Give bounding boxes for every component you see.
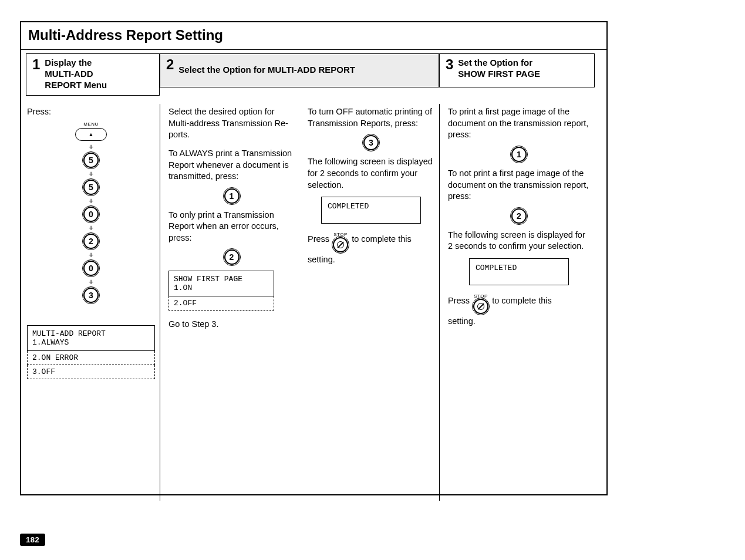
key-0b: 0 [83, 261, 99, 276]
step-header-row: 1 Display the MULTI-ADD REPORT Menu 2 Se… [21, 50, 606, 99]
lcd-line4: 3.OFF [27, 365, 155, 379]
column-1: Press: MENU + 5 + 5 + 0 + 2 + 0 + 3 [26, 104, 160, 501]
col4-press-line: Press STOP to complete this [448, 291, 590, 312]
plus-icon: + [89, 251, 93, 259]
lcd-completed-2: COMPLETED [321, 197, 421, 224]
step2-title: Select the Option for MULTI-ADD REPORT [178, 65, 355, 76]
stop-button-4: STOP [473, 294, 488, 314]
plus-icon: + [89, 224, 93, 232]
lcd-completed-4: COMPLETED [469, 258, 569, 285]
body-columns: Press: MENU + 5 + 5 + 0 + 2 + 0 + 3 [21, 99, 606, 501]
page-number: 182 [20, 534, 45, 546]
key-5b: 5 [83, 180, 99, 195]
column-2: Select the desired option for Multi-addr… [160, 104, 299, 501]
key-2-off: 2 [511, 208, 527, 224]
lcd-sf-line3: 2.OFF [168, 296, 274, 311]
plus-icon: + [89, 197, 93, 205]
menu-key: MENU [75, 122, 107, 141]
key-3: 3 [83, 288, 99, 303]
col4-p3: The following screen is dis­played for 2… [448, 230, 590, 252]
press-word: Press [308, 234, 329, 244]
lcd-multiadd: MULTI-ADD REPORT 1.ALWAYS [27, 325, 155, 351]
key-0a: 0 [83, 207, 99, 222]
section-title: Multi-Address Report Setting [28, 27, 599, 43]
stop-button: STOP [333, 232, 348, 252]
step1-title-line1: Display the [45, 58, 92, 68]
press-label: Press: [27, 106, 155, 118]
step1-title-line2: MULTI-ADD [45, 69, 93, 79]
plus-icon: + [89, 278, 93, 286]
lcd-sf-line2: 1.ON [174, 284, 269, 292]
section-title-bar: Multi-Address Report Setting [21, 22, 606, 50]
column-4: To print a first page image of the docum… [439, 104, 595, 501]
col2-p1: Select the desired option for Multi-addr… [168, 106, 295, 141]
content-frame: Multi-Address Report Setting 1 Display t… [20, 21, 608, 495]
key-2-error: 2 [224, 249, 240, 265]
col3-press-line: Press STOP to complete this [308, 230, 434, 250]
lcd-line1: MULTI-ADD REPORT [32, 329, 150, 338]
col4-setting: setting. [448, 316, 590, 326]
key-sequence: MENU + 5 + 5 + 0 + 2 + 0 + 3 [27, 122, 155, 303]
step3-title-line1: Set the Option for [458, 58, 532, 68]
lcd-line2: 1.ALWAYS [32, 338, 150, 347]
lcd-line3: 2.ON ERROR [27, 351, 155, 365]
key-1-on: 1 [511, 147, 527, 162]
step3-number: 3 [446, 58, 453, 72]
stop-icon [333, 237, 348, 252]
press-tail-4: to complete this [492, 296, 552, 305]
step1-title-line3: REPORT Menu [45, 80, 107, 90]
step1-box: 1 Display the MULTI-ADD REPORT Menu [26, 53, 160, 96]
step2-number: 2 [166, 58, 174, 72]
menu-key-label: MENU [83, 122, 99, 127]
key-1-always: 1 [224, 188, 240, 204]
col2-p3: To only print a Transmission Report when… [168, 210, 295, 244]
step3-box: 3 Set the Option for SHOW FIRST PAGE [439, 53, 595, 96]
col3-p1: To turn OFF automatic printing of Transm… [308, 106, 434, 129]
col4-p1: To print a first page image of the docum… [448, 106, 590, 141]
col2-goto: Go to Step 3. [168, 319, 295, 330]
column-3: To turn OFF automatic printing of Transm… [299, 104, 439, 501]
step3-title: Set the Option for SHOW FIRST PAGE [458, 58, 540, 80]
key-5a: 5 [83, 153, 99, 168]
col3-p2: The following screen is dis­played for 2… [308, 156, 434, 191]
col2-p2: To ALWAYS print a Transmis­sion Report w… [168, 148, 295, 183]
stop-icon-4 [473, 299, 488, 314]
step1-number: 1 [32, 58, 40, 72]
press-word-4: Press [448, 296, 470, 305]
lcd-showfirst: SHOW FIRST PAGE 1.ON [168, 271, 274, 296]
key-3-off: 3 [363, 135, 379, 150]
key-2: 2 [83, 234, 99, 249]
step3-title-line2: SHOW FIRST PAGE [458, 69, 540, 79]
menu-key-icon [75, 128, 107, 141]
step1-title: Display the MULTI-ADD REPORT Menu [45, 58, 107, 90]
plus-icon: + [89, 170, 93, 178]
col3-setting: setting. [308, 255, 434, 264]
lcd-sf-line1: SHOW FIRST PAGE [174, 275, 269, 284]
press-tail: to complete this [352, 234, 412, 244]
step2-box: 2 Select the Option for MULTI-ADD REPORT [160, 53, 439, 96]
plus-icon: + [89, 143, 93, 151]
col4-p2: To not print a first page image of the d… [448, 168, 590, 203]
